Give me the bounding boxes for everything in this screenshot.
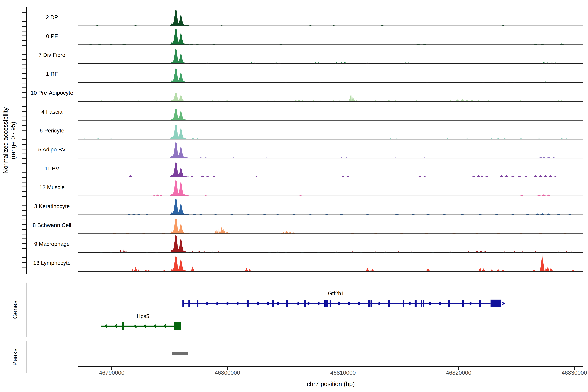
x-axis-tick bbox=[112, 367, 112, 370]
track-label-4-fascia: 4 Fascia bbox=[11, 108, 93, 115]
y-axis-tick bbox=[22, 267, 26, 268]
track-label-12-muscle: 12 Muscle bbox=[11, 184, 93, 190]
genes-section-text: Genes bbox=[12, 300, 18, 319]
signal-area-0 bbox=[78, 10, 583, 26]
signal-area-12 bbox=[78, 234, 583, 252]
gene-exon-Gtf2h1 bbox=[247, 300, 248, 307]
y-axis-tick bbox=[22, 163, 26, 164]
gene-exon-Gtf2h1 bbox=[462, 300, 464, 307]
genes-bracket-line bbox=[26, 282, 26, 337]
gene-exon-Gtf2h1 bbox=[448, 300, 450, 307]
y-axis-tick bbox=[22, 45, 26, 46]
x-tick-46830000: 46830000 bbox=[548, 370, 588, 376]
gene-exon-Gtf2h1 bbox=[479, 300, 481, 307]
y-axis-tick bbox=[22, 139, 26, 140]
x-tick-46800000: 46800000 bbox=[201, 370, 254, 376]
peaks-bracket-line bbox=[26, 341, 26, 373]
y-axis-tick bbox=[22, 26, 26, 27]
gene-label-hps5: Hps5 bbox=[118, 313, 168, 319]
y-axis-tick bbox=[22, 177, 26, 178]
signal-area-10 bbox=[78, 198, 583, 215]
strand-chevron-terminal-Gtf2h1 bbox=[502, 302, 504, 305]
x-axis-tick bbox=[227, 367, 228, 370]
gene-exon-Hps5 bbox=[122, 322, 124, 330]
gene-exon-Gtf2h1 bbox=[388, 300, 390, 307]
x-axis-tick bbox=[343, 367, 343, 370]
track-label-6-pericyte: 6 Pericyte bbox=[11, 128, 93, 134]
y-axis-tick bbox=[22, 258, 26, 258]
genome-browser-figure: Normalized accessibility (range 0 - 95) … bbox=[0, 0, 588, 392]
track-label-10-pre-adipocyte: 10 Pre-Adipocyte bbox=[11, 90, 93, 96]
y-axis-tick bbox=[22, 12, 26, 12]
track-label-1-rf: 1 RF bbox=[11, 71, 93, 77]
signal-area-1 bbox=[78, 28, 583, 45]
gene-label-gtf2h1: Gtf2h1 bbox=[312, 290, 361, 296]
track-label-7-div-fibro: 7 Div Fibro bbox=[11, 52, 93, 58]
track-label-0-pf: 0 PF bbox=[11, 33, 93, 39]
y-axis-label-text1: Normalized accessibility bbox=[2, 107, 9, 174]
y-axis-tick bbox=[22, 220, 26, 220]
y-axis-tick bbox=[22, 88, 26, 88]
y-axis-tick bbox=[22, 238, 26, 239]
y-axis-tick bbox=[22, 68, 26, 69]
peaks-section-text: Peaks bbox=[12, 348, 18, 366]
signal-area-11 bbox=[78, 218, 583, 234]
y-axis-tick bbox=[22, 234, 26, 234]
y-axis-tick bbox=[22, 125, 26, 126]
signal-area-3 bbox=[78, 68, 583, 82]
signal-area-6 bbox=[78, 124, 583, 139]
gene-exon-Gtf2h1 bbox=[370, 300, 372, 307]
y-axis-tick bbox=[22, 191, 26, 192]
x-axis-title: chr7 position (bp) bbox=[266, 380, 396, 388]
y-axis-tick bbox=[22, 64, 26, 64]
gene-exon-Gtf2h1 bbox=[402, 300, 404, 307]
y-axis-tick bbox=[22, 116, 26, 116]
y-axis-tick bbox=[22, 158, 26, 159]
gene-exon-Gtf2h1 bbox=[182, 300, 184, 307]
gene-exon-Gtf2h1 bbox=[286, 300, 288, 307]
x-axis-tick bbox=[458, 367, 459, 370]
y-axis-tick bbox=[22, 78, 26, 79]
y-axis-tick bbox=[22, 97, 26, 98]
track-label-9-macrophage: 9 Macrophage bbox=[11, 241, 93, 247]
y-axis-tick bbox=[22, 229, 26, 230]
peak-bar bbox=[172, 352, 188, 355]
x-tick-46820000: 46820000 bbox=[432, 370, 485, 376]
signal-area-13 bbox=[78, 254, 583, 272]
track-label-5-adipo-bv: 5 Adipo BV bbox=[11, 146, 93, 153]
gene-exon-Gtf2h1 bbox=[368, 300, 370, 307]
y-axis-tick bbox=[22, 40, 26, 41]
gene-exon-Gtf2h1 bbox=[197, 300, 198, 307]
x-tick-46790000: 46790000 bbox=[86, 370, 138, 376]
gene-utr-box-Gtf2h1 bbox=[490, 300, 501, 308]
track-label-8-schwann-cell: 8 Schwann Cell bbox=[11, 222, 93, 228]
track-label-13-lymphocyte: 13 Lymphocyte bbox=[11, 260, 93, 266]
signal-area-7 bbox=[78, 142, 583, 158]
x-tick-46810000: 46810000 bbox=[317, 370, 369, 376]
track-label-11-bv: 11 BV bbox=[11, 165, 93, 172]
signal-area-4 bbox=[78, 92, 583, 101]
gene-exon-Gtf2h1 bbox=[421, 300, 422, 307]
y-axis-tick bbox=[22, 215, 26, 216]
y-axis-tick bbox=[22, 106, 26, 107]
y-axis-tick bbox=[22, 102, 26, 102]
signal-area-5 bbox=[78, 108, 583, 120]
gene-exon-Gtf2h1 bbox=[304, 300, 306, 307]
y-axis-tick bbox=[22, 59, 26, 60]
y-axis-tick bbox=[22, 144, 26, 145]
x-axis-tick bbox=[574, 367, 574, 370]
y-axis-tick bbox=[22, 248, 26, 248]
y-axis-tick bbox=[22, 201, 26, 202]
y-axis-tick bbox=[22, 182, 26, 182]
y-axis-tick bbox=[22, 253, 26, 253]
gene-exon-Gtf2h1 bbox=[415, 300, 417, 307]
y-axis-tick bbox=[22, 210, 26, 211]
track-label-3-keratinocyte: 3 Keratinocyte bbox=[11, 203, 93, 210]
gene-exon-Gtf2h1 bbox=[272, 300, 274, 307]
signal-area-2 bbox=[78, 49, 583, 64]
signal-area-9 bbox=[78, 180, 583, 196]
coverage-plot-canvas bbox=[0, 0, 588, 392]
gene-exon-Gtf2h1 bbox=[324, 300, 328, 307]
gene-exon-Gtf2h1 bbox=[423, 300, 424, 307]
y-axis-tick bbox=[22, 83, 26, 84]
